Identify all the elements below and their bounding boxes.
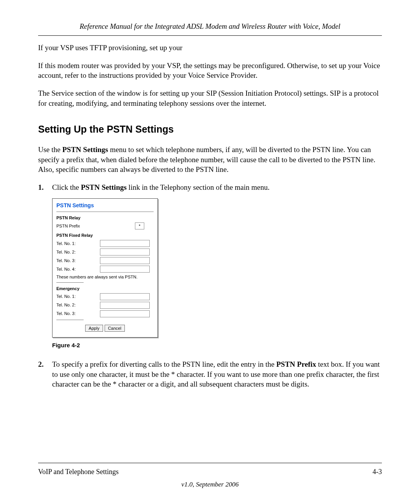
apply-button[interactable]: Apply (85, 325, 103, 332)
paragraph-3: The Service section of the window is for… (38, 88, 382, 108)
emergency-row-3: Tel. No. 3: (56, 310, 154, 317)
section-intro: Use the PSTN Settings menu to set which … (38, 145, 382, 175)
step1-bold: PSTN Settings (81, 183, 127, 191)
section-heading: Setting Up the PSTN Settings (38, 123, 382, 136)
pstn-prefix-input[interactable] (135, 222, 144, 229)
footer-page-number: 4-3 (373, 467, 382, 476)
footer-divider (38, 463, 382, 463)
emergency-row-2: Tel. No. 2: (56, 302, 154, 309)
tel3-label: Tel. No. 3: (56, 258, 100, 264)
step1-pre: Click the (52, 183, 81, 191)
step1-post: link in the Telephony section of the mai… (127, 183, 270, 191)
figure-pstn-settings: PSTN Settings PSTN Relay PSTN Prefix PST… (52, 198, 382, 337)
step2-pre: To specify a prefix for diverting calls … (52, 360, 276, 368)
pstn-prefix-label: PSTN Prefix (56, 223, 100, 229)
step-1-number: 1. (38, 182, 52, 192)
tel4-label: Tel. No. 4: (56, 266, 100, 272)
tel3-input[interactable] (100, 257, 150, 264)
divider (56, 282, 84, 283)
divider (56, 212, 154, 212)
em-tel1-input[interactable] (100, 293, 150, 300)
pstn-fixed-row-4: Tel. No. 4: (56, 266, 154, 273)
emergency-row-1: Tel. No. 1: (56, 293, 154, 300)
pstn-panel-title: PSTN Settings (56, 202, 154, 209)
intro-bold: PSTN Settings (62, 145, 108, 154)
em-tel3-input[interactable] (100, 310, 150, 317)
divider (56, 320, 84, 320)
step-2-number: 2. (38, 359, 52, 389)
header-divider (38, 35, 382, 36)
step-1-body: Click the PSTN Settings link in the Tele… (52, 182, 382, 192)
cancel-button[interactable]: Cancel (105, 325, 125, 332)
em-tel1-label: Tel. No. 1: (56, 294, 100, 299)
pstn-fixed-row-1: Tel. No. 1: (56, 240, 154, 247)
button-row: Apply Cancel (56, 325, 154, 332)
paragraph-2: If this modem router was provided by you… (38, 61, 382, 80)
intro-pre: Use the (38, 145, 62, 154)
emergency-header: Emergency (56, 286, 154, 292)
pstn-prefix-row: PSTN Prefix (56, 222, 154, 229)
page-footer: VoIP and Telephone Settings 4-3 v1.0, Se… (38, 456, 382, 489)
figure-caption: Figure 4-2 (52, 341, 382, 349)
tel2-label: Tel. No. 2: (56, 249, 100, 255)
tel1-label: Tel. No. 1: (56, 241, 100, 247)
paragraph-1: If your VSP uses TFTP provisioning, set … (38, 43, 382, 53)
em-tel3-label: Tel. No. 3: (56, 311, 100, 317)
pstn-relay-header: PSTN Relay (56, 215, 154, 221)
em-tel2-label: Tel. No. 2: (56, 302, 100, 308)
step-2: 2. To specify a prefix for diverting cal… (38, 359, 382, 389)
pstn-fixed-note: These numbers are always sent via PSTN. (56, 274, 154, 280)
footer-left: VoIP and Telephone Settings (38, 467, 119, 476)
step-1: 1. Click the PSTN Settings link in the T… (38, 182, 382, 192)
pstn-settings-panel: PSTN Settings PSTN Relay PSTN Prefix PST… (52, 198, 158, 337)
page-header-title: Reference Manual for the Integrated ADSL… (38, 22, 382, 32)
tel2-input[interactable] (100, 248, 150, 256)
footer-version: v1.0, September 2006 (38, 480, 382, 489)
step2-bold: PSTN Prefix (276, 360, 316, 368)
pstn-fixed-row-3: Tel. No. 3: (56, 257, 154, 264)
tel1-input[interactable] (100, 240, 150, 247)
tel4-input[interactable] (100, 266, 150, 273)
step-2-body: To specify a prefix for diverting calls … (52, 359, 382, 389)
pstn-fixed-row-2: Tel. No. 2: (56, 248, 154, 256)
pstn-fixed-relay-header: PSTN Fixed Relay (56, 233, 154, 238)
em-tel2-input[interactable] (100, 302, 150, 309)
